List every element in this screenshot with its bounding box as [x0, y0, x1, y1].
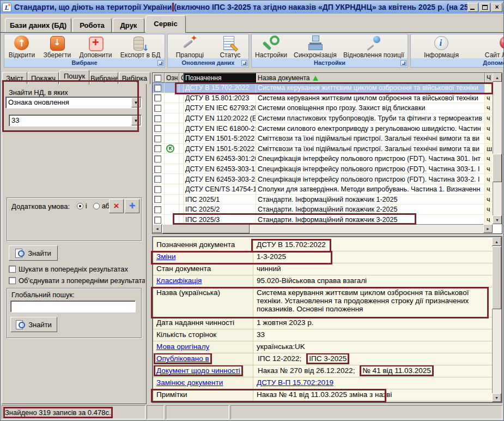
row-checkbox-icon[interactable] [154, 94, 161, 101]
maximize-button[interactable] [479, 3, 490, 12]
search-field-combobox[interactable]: Ознака оновлення ▼ [5, 97, 142, 109]
table-row[interactable]: ДСТУ В 15.801:2023Система керування житт… [153, 93, 493, 104]
scroll-down-icon[interactable]: ▼ [492, 393, 501, 402]
column-header-check[interactable] [153, 73, 165, 83]
header-checkbox-icon[interactable] [154, 75, 161, 82]
sidebar-tab-2[interactable]: Покажч [28, 72, 59, 84]
detail-label-text[interactable]: Замінює документи [155, 378, 224, 387]
sidebar-tab-3[interactable]: Пошук [59, 70, 89, 85]
minimize-button[interactable] [467, 3, 478, 12]
ribbon-button-globe[interactable]: Сайт Леонорм [482, 34, 504, 59]
column-header-name[interactable]: Назва документа [256, 73, 485, 83]
row-checkbox-icon[interactable] [154, 216, 161, 224]
scroll-left-icon[interactable]: ◄ [153, 224, 162, 233]
table-row[interactable]: ДСТУ EN 62453-301:2022 (ЕСпецифікація ін… [153, 154, 493, 164]
delete-condition-button[interactable]: × [109, 199, 124, 213]
menu-tab-2[interactable]: Робота [72, 18, 112, 32]
settings-icon [263, 35, 279, 51]
column-header-designation[interactable]: Позначення [184, 73, 256, 83]
detail-value: 33 [253, 329, 492, 341]
table-row[interactable]: ІПС 2025/3Стандарти. Інформаційний покаж… [153, 215, 493, 224]
row-checkbox-icon[interactable] [154, 145, 161, 152]
ribbon-button-info[interactable]: Інформація [421, 34, 462, 59]
group-launcher-icon[interactable] [241, 60, 247, 66]
details-vertical-scrollbar[interactable]: ▲ ▼ [492, 237, 501, 402]
row-checkbox-icon[interactable] [154, 176, 161, 183]
ribbon-button-export[interactable]: Експорт в БД [117, 34, 164, 59]
search-value-combobox[interactable]: 33 ▼ [9, 115, 142, 127]
row-checkbox-icon[interactable] [154, 115, 161, 122]
radio-or-icon[interactable] [93, 203, 100, 209]
table-row[interactable]: ДСТУ EN 62453-303-1:2022Специфікація інт… [153, 164, 493, 175]
row-checkbox-icon[interactable] [154, 155, 161, 163]
status-segment [147, 405, 164, 419]
global-find-button[interactable]: Знайти [10, 317, 57, 332]
row-checkbox-cell [153, 123, 165, 133]
table-row[interactable]: ІПС 2025/1Стандарти. Інформаційний покаж… [153, 195, 493, 205]
vertical-scroll-thumb[interactable] [492, 246, 501, 309]
row-checkbox-icon[interactable] [154, 135, 161, 142]
search-in-previous-checkbox[interactable]: Шукати в попередніх результатах [9, 265, 145, 273]
table-vertical-scrollbar[interactable]: ▲ ▼ [493, 73, 502, 224]
close-button[interactable]: × [491, 3, 502, 12]
ribbon-button-append[interactable]: Доповнити [76, 34, 115, 59]
ribbon-button-status[interactable]: Статус [216, 34, 244, 59]
add-condition-button[interactable]: + [125, 199, 139, 213]
detail-label-text[interactable]: Документ щодо чинності [155, 366, 241, 375]
merge-with-previous-checkbox[interactable]: Об'єднувати з попередніми результатами [9, 276, 145, 285]
scroll-down-icon[interactable]: ▼ [493, 215, 502, 224]
ribbon-button-settings[interactable]: Настройки [252, 34, 290, 59]
checkbox-icon[interactable] [9, 266, 16, 273]
chevron-down-icon[interactable]: ▼ [131, 116, 141, 125]
vertical-scroll-thumb[interactable] [493, 154, 502, 182]
table-row[interactable]: ДСТУ EN 1501-5:2022 (EN 15Сміттєвози та … [153, 134, 493, 144]
checkbox-icon[interactable] [9, 277, 16, 284]
menu-tab-3[interactable]: Друк [113, 18, 144, 32]
row-checkbox-icon[interactable] [154, 186, 161, 193]
ribbon-button-pin[interactable]: Відновлення позиції [340, 34, 408, 59]
group-launcher-icon[interactable] [157, 60, 163, 66]
row-checkbox-icon[interactable] [154, 166, 161, 173]
radio-and-icon[interactable] [77, 203, 83, 209]
table-horizontal-scrollbar[interactable]: ◄ ► [153, 224, 493, 233]
row-flag-cell [165, 205, 179, 214]
ribbon-button-save[interactable]: Зберегти [40, 34, 75, 59]
table-row[interactable]: ДСТУ В 15.702:2022Система керування житт… [153, 83, 493, 93]
detail-label-text[interactable]: Мова оригіналу [155, 342, 210, 351]
ribbon-button-flags[interactable]: Прапорці [173, 34, 207, 59]
table-row[interactable]: ДСТУ EN IEC 61800-2:2022 (Системи силово… [153, 123, 493, 134]
row-checkbox-icon[interactable] [154, 196, 161, 203]
row-checkbox-icon[interactable] [154, 206, 161, 213]
detail-label-text[interactable]: Опубліковано в [155, 354, 210, 363]
sidebar-tab-5[interactable]: Вибірка [119, 72, 150, 84]
detail-value-text[interactable]: ДСТУ В-П 15.702:2019 [257, 378, 333, 387]
row-checkbox-icon[interactable] [154, 85, 161, 92]
table-row[interactable]: ДСТУ EN 62453-303-2:2022Специфікація інт… [153, 174, 493, 184]
scroll-up-icon[interactable]: ▲ [493, 73, 502, 82]
sidebar-tab-1[interactable]: Зміст [2, 72, 27, 84]
scroll-right-icon[interactable]: ► [483, 224, 493, 233]
table-row[interactable]: ДСТУ EN 1120:2022 (EN 112Системи пластик… [153, 113, 493, 124]
detail-label-text[interactable]: Класифікація [155, 276, 203, 285]
menu-tab-4[interactable]: Сервіс [145, 15, 186, 33]
global-search-input[interactable] [10, 300, 136, 312]
radio-and[interactable]: і [77, 202, 87, 210]
table-row[interactable]: КДСТУ EN 1501-5:2022 (EN 15Сміттєвози та… [153, 144, 493, 154]
table-row[interactable]: ІПС 2025/2Стандарти. Інформаційний покаж… [153, 205, 493, 215]
column-header-sliver[interactable]: С [179, 73, 184, 83]
detail-label-text[interactable]: Зміни [155, 252, 177, 261]
find-button[interactable]: Знайти [9, 245, 58, 261]
menu-tab-1[interactable]: Бази даних (БД) [5, 18, 71, 32]
horizontal-scroll-thumb[interactable] [162, 224, 250, 233]
row-checkbox-icon[interactable] [154, 105, 161, 112]
sidebar-tab-4[interactable]: Вибране [90, 72, 118, 84]
group-launcher-icon[interactable] [400, 60, 406, 66]
chevron-down-icon[interactable]: ▼ [131, 98, 141, 107]
ribbon-button-open[interactable]: Відкрити [5, 34, 39, 59]
ribbon-button-sync[interactable]: Синхронізація [290, 34, 340, 59]
row-checkbox-icon[interactable] [154, 125, 161, 132]
column-header-flag[interactable]: Озн [165, 73, 179, 83]
scroll-up-icon[interactable]: ▲ [492, 237, 501, 246]
table-row[interactable]: ДСТУ CEN/TS 14754-1:2022Сполуки для затв… [153, 184, 493, 195]
table-row[interactable]: ДСТУ EN IEC 62793:2022 (ЕІСистеми оповіщ… [153, 103, 493, 113]
